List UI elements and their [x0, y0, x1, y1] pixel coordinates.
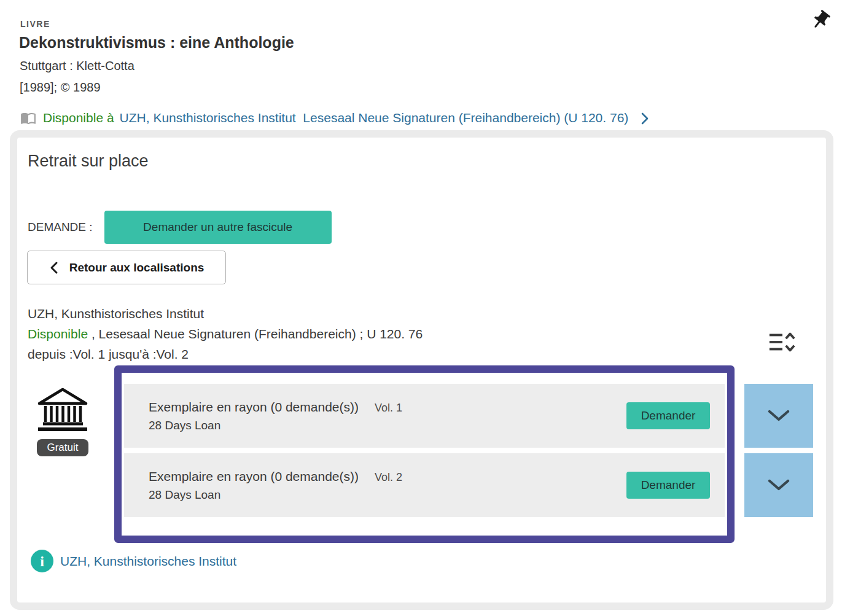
request-item-button-vol2[interactable]: Demander	[626, 472, 710, 499]
request-other-issue-button[interactable]: Demander un autre fascicule	[104, 211, 332, 244]
back-button-label: Retour aux localisations	[69, 261, 205, 275]
record-publisher: Stuttgart : Klett-Cotta	[20, 59, 134, 73]
location-name: UZH, Kunsthistorisches Institut	[28, 303, 423, 324]
item-text: Exemplaire en rayon (0 demande(s)) Vol. …	[149, 469, 402, 502]
resource-type-label: LIVRE	[20, 19, 50, 29]
expand-item-button-vol2[interactable]	[744, 453, 813, 517]
availability-status: Disponible à	[43, 111, 114, 125]
record-title: Dekonstruktivismus : eine Anthologie	[19, 34, 294, 52]
sort-icon	[768, 329, 796, 356]
item-loan-policy: 28 Days Loan	[149, 419, 402, 432]
item-volume: Vol. 1	[375, 402, 402, 415]
free-badge: Gratuit	[37, 439, 88, 456]
institution-link[interactable]: UZH, Kunsthistorisches Institut	[60, 554, 236, 569]
item-text: Exemplaire en rayon (0 demande(s)) Vol. …	[149, 400, 402, 432]
provider-block: Gratuit	[32, 387, 93, 456]
back-to-locations-button[interactable]: Retour aux localisations	[27, 251, 226, 284]
sort-items-button[interactable]	[766, 327, 797, 357]
availability-location-link[interactable]: UZH, Kunsthistorisches Institut Lesesaal…	[120, 111, 629, 125]
pin-icon	[809, 9, 832, 33]
request-item-button-vol1[interactable]: Demander	[626, 402, 710, 429]
record-page: LIVRE Dekonstruktivismus : eine Antholog…	[0, 0, 842, 616]
location-status-line: Disponible , Lesesaal Neue Signaturen (F…	[28, 324, 423, 344]
library-building-icon	[36, 387, 89, 432]
location-callnumber: , Lesesaal Neue Signaturen (Freihandbere…	[88, 327, 423, 341]
chevron-down-icon	[767, 409, 790, 423]
item-description: Exemplaire en rayon (0 demande(s))	[149, 400, 359, 415]
item-loan-policy: 28 Days Loan	[149, 488, 402, 502]
item-volume: Vol. 2	[375, 471, 402, 484]
item-row-vol2: Exemplaire en rayon (0 demande(s)) Vol. …	[124, 453, 725, 517]
item-row-vol1: Exemplaire en rayon (0 demande(s)) Vol. …	[124, 384, 725, 448]
location-details: UZH, Kunsthistorisches Institut Disponib…	[28, 303, 423, 364]
chevron-right-icon	[640, 112, 650, 125]
item-description: Exemplaire en rayon (0 demande(s))	[149, 469, 359, 484]
book-icon	[19, 110, 37, 126]
chevron-down-icon	[767, 478, 790, 492]
expand-item-button-vol1[interactable]	[744, 384, 813, 448]
info-icon: i	[31, 550, 53, 572]
availability-line: Disponible à UZH, Kunsthistorisches Inst…	[19, 110, 650, 126]
location-status: Disponible	[28, 327, 88, 341]
pickup-panel: Retrait sur place DEMANDE : Demander un …	[10, 130, 833, 610]
location-volume-range: depuis :Vol. 1 jusqu'à :Vol. 2	[28, 344, 423, 364]
panel-title: Retrait sur place	[28, 152, 149, 171]
chevron-left-icon	[49, 261, 58, 275]
institution-footer: i UZH, Kunsthistorisches Institut	[31, 550, 236, 572]
request-row: DEMANDE : Demander un autre fascicule	[28, 211, 332, 244]
record-dates: [1989]; © 1989	[20, 80, 101, 95]
request-label: DEMANDE :	[28, 220, 93, 234]
highlight-box: Exemplaire en rayon (0 demande(s)) Vol. …	[114, 365, 735, 543]
pin-record-button[interactable]	[803, 4, 838, 38]
